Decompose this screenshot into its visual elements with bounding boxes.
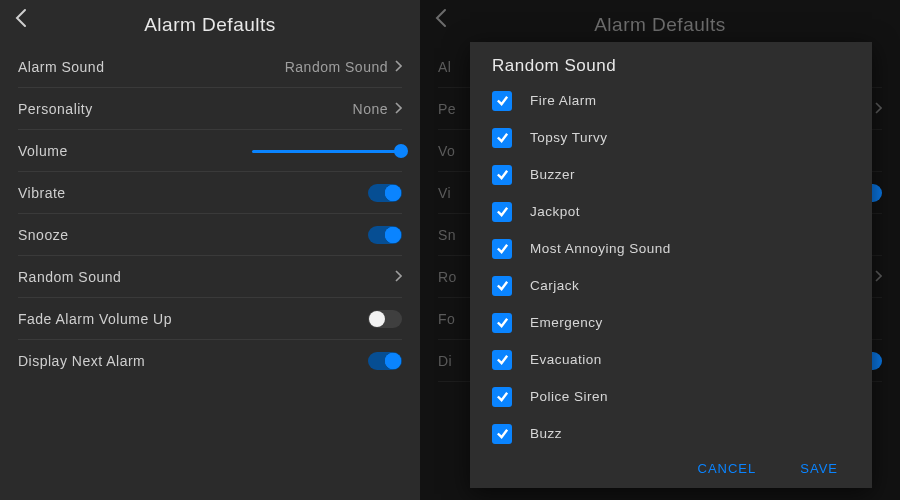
row-volume: Volume — [18, 130, 402, 172]
sound-option[interactable]: Topsy Turvy — [492, 119, 850, 156]
sound-option-label: Buzzer — [530, 167, 575, 182]
label: Alarm Sound — [18, 59, 104, 75]
sound-option[interactable]: Carjack — [492, 267, 850, 304]
sound-option-label: Emergency — [530, 315, 603, 330]
row-fade-up: Fade Alarm Volume Up — [18, 298, 402, 340]
label: Snooze — [18, 227, 68, 243]
bg-label: Di — [438, 353, 452, 369]
chevron-right-icon — [874, 101, 882, 117]
settings-panel-dim: Alarm Defaults Al Pe Vo Vi Sn Ro — [420, 0, 900, 500]
sound-option-label: Evacuation — [530, 352, 602, 367]
sound-option-label: Jackpot — [530, 204, 580, 219]
sound-option-label: Fire Alarm — [530, 93, 597, 108]
sound-option-label: Buzz — [530, 426, 562, 441]
row-snooze: Snooze — [18, 214, 402, 256]
sound-option[interactable]: Buzz — [492, 415, 850, 451]
label: Volume — [18, 143, 68, 159]
checkbox-checked-icon[interactable] — [492, 91, 512, 111]
page-title: Alarm Defaults — [144, 14, 276, 36]
snooze-toggle[interactable] — [368, 226, 402, 244]
bg-label: Al — [438, 59, 451, 75]
back-icon — [434, 8, 448, 33]
slider-thumb-icon[interactable] — [394, 144, 408, 158]
volume-slider[interactable] — [252, 141, 402, 161]
chevron-right-icon — [874, 269, 882, 285]
checkbox-checked-icon[interactable] — [492, 202, 512, 222]
chevron-right-icon — [394, 269, 402, 285]
sound-option-label: Topsy Turvy — [530, 130, 608, 145]
checkbox-checked-icon[interactable] — [492, 424, 512, 444]
checkbox-checked-icon[interactable] — [492, 128, 512, 148]
chevron-right-icon — [394, 59, 402, 75]
sound-option[interactable]: Emergency — [492, 304, 850, 341]
sound-option[interactable]: Jackpot — [492, 193, 850, 230]
back-icon[interactable] — [14, 8, 28, 33]
page-title-dim: Alarm Defaults — [594, 14, 726, 36]
checkbox-checked-icon[interactable] — [492, 387, 512, 407]
dialog-title: Random Sound — [470, 56, 872, 82]
bg-label: Ro — [438, 269, 457, 285]
label: Fade Alarm Volume Up — [18, 311, 172, 327]
sound-option[interactable]: Evacuation — [492, 341, 850, 378]
bg-label: Fo — [438, 311, 455, 327]
header: Alarm Defaults — [0, 0, 420, 44]
sound-option-label: Carjack — [530, 278, 579, 293]
value: None — [353, 101, 388, 117]
random-sound-dialog: Random Sound Fire AlarmTopsy TurvyBuzzer… — [470, 42, 872, 488]
row-alarm-sound[interactable]: Alarm Sound Random Sound — [18, 46, 402, 88]
value: Random Sound — [285, 59, 388, 75]
checkbox-checked-icon[interactable] — [492, 276, 512, 296]
checkbox-checked-icon[interactable] — [492, 350, 512, 370]
row-display-next: Display Next Alarm — [18, 340, 402, 382]
settings-panel: Alarm Defaults Alarm Sound Random Sound … — [0, 0, 420, 500]
checkbox-checked-icon[interactable] — [492, 313, 512, 333]
vibrate-toggle[interactable] — [368, 184, 402, 202]
display-next-toggle[interactable] — [368, 352, 402, 370]
bg-label: Vi — [438, 185, 451, 201]
row-random-sound[interactable]: Random Sound — [18, 256, 402, 298]
cancel-button[interactable]: CANCEL — [698, 461, 757, 476]
fade-up-toggle[interactable] — [368, 310, 402, 328]
sound-option[interactable]: Most Annoying Sound — [492, 230, 850, 267]
sound-option[interactable]: Police Siren — [492, 378, 850, 415]
checkbox-checked-icon[interactable] — [492, 165, 512, 185]
bg-label: Sn — [438, 227, 456, 243]
bg-label: Pe — [438, 101, 456, 117]
row-vibrate: Vibrate — [18, 172, 402, 214]
header-dim: Alarm Defaults — [420, 0, 900, 44]
label: Random Sound — [18, 269, 121, 285]
bg-label: Vo — [438, 143, 455, 159]
label: Personality — [18, 101, 93, 117]
sound-option-label: Most Annoying Sound — [530, 241, 671, 256]
save-button[interactable]: SAVE — [800, 461, 838, 476]
checkbox-checked-icon[interactable] — [492, 239, 512, 259]
sound-option-label: Police Siren — [530, 389, 608, 404]
chevron-right-icon — [394, 101, 402, 117]
label: Display Next Alarm — [18, 353, 145, 369]
sound-option[interactable]: Fire Alarm — [492, 82, 850, 119]
sound-option[interactable]: Buzzer — [492, 156, 850, 193]
row-personality[interactable]: Personality None — [18, 88, 402, 130]
label: Vibrate — [18, 185, 66, 201]
